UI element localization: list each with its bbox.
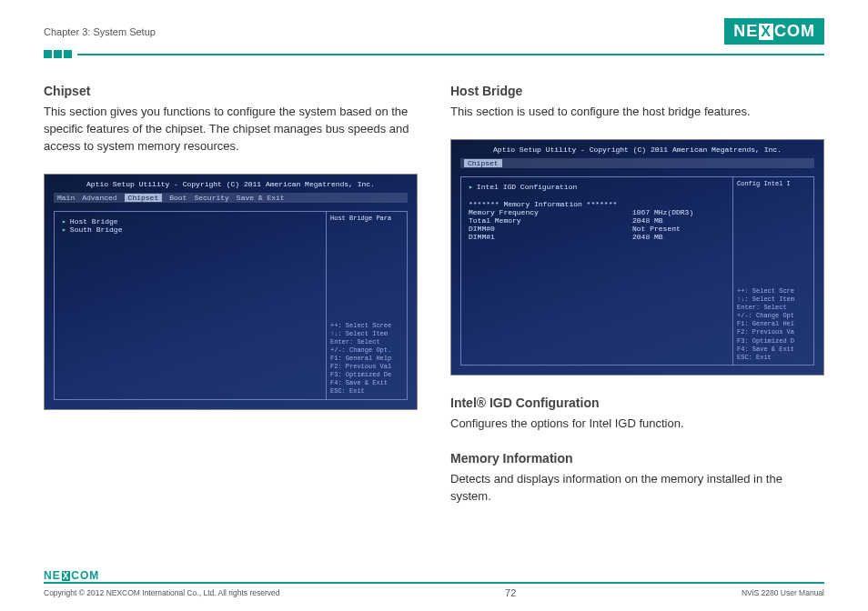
bios-title: Aptio Setup Utility - Copyright (C) 2011… bbox=[45, 180, 417, 188]
igd-heading: Intel® IGD Configuration bbox=[450, 396, 824, 410]
manual-name: NViS 2280 User Manual bbox=[742, 588, 824, 597]
bios-body: Host Bridge South Bridge Host Bridge Par… bbox=[54, 211, 408, 400]
right-column: Host Bridge This section is used to conf… bbox=[450, 84, 824, 523]
meminfo-text: Detects and displays information on the … bbox=[450, 471, 824, 506]
copyright: Copyright © 2012 NEXCOM International Co… bbox=[44, 588, 280, 597]
decor-squares bbox=[44, 50, 72, 58]
bios-tab: Boot bbox=[169, 194, 187, 202]
bios-menu: Chipset bbox=[460, 158, 814, 168]
bios-body: Intel IGD Configuration ******* Memory I… bbox=[460, 176, 814, 366]
bios-help: ++: Select Scree ↑↓: Select Item Enter: … bbox=[330, 322, 404, 396]
bios-menu: Main Advanced Chipset Boot Security Save… bbox=[54, 193, 408, 203]
bios-tab: Main bbox=[57, 194, 75, 202]
page-footer: NEXCOM Copyright © 2012 NEXCOM Internati… bbox=[44, 569, 824, 598]
meminfo-heading: Memory Information bbox=[450, 451, 824, 466]
bios-tab: Advanced bbox=[82, 194, 116, 202]
bios-help: ++: Select Scre ↑↓: Select Item Enter: S… bbox=[737, 287, 811, 362]
bios-screenshot-chipset: Aptio Setup Utility - Copyright (C) 2011… bbox=[44, 174, 418, 410]
bios-screenshot-hostbridge: Aptio Setup Utility - Copyright (C) 2011… bbox=[450, 139, 824, 376]
bios-tab-selected: Chipset bbox=[464, 159, 502, 167]
footer-logo: NEXCOM bbox=[44, 569, 824, 582]
bios-tab: Security bbox=[194, 194, 228, 202]
chapter-title: Chapter 3: System Setup bbox=[44, 26, 156, 37]
bios-tab: Save & Exit bbox=[237, 194, 285, 202]
chipset-text: This section gives you functions to conf… bbox=[44, 104, 418, 155]
left-column: Chipset This section gives you functions… bbox=[44, 84, 418, 523]
hostbridge-heading: Host Bridge bbox=[450, 84, 824, 98]
header-rule bbox=[77, 54, 824, 55]
chipset-heading: Chipset bbox=[44, 84, 418, 98]
hostbridge-text: This section is used to configure the ho… bbox=[450, 104, 824, 121]
igd-text: Configures the options for Intel IGD fun… bbox=[450, 416, 824, 433]
bios-tab-selected: Chipset bbox=[125, 194, 163, 202]
page-number: 72 bbox=[505, 587, 516, 598]
bios-title: Aptio Setup Utility - Copyright (C) 2011… bbox=[451, 145, 823, 154]
bios-side-desc: Config Intel I bbox=[737, 180, 811, 187]
brand-logo: NEXCOM bbox=[724, 18, 824, 45]
bios-side-desc: Host Bridge Para bbox=[330, 215, 404, 222]
